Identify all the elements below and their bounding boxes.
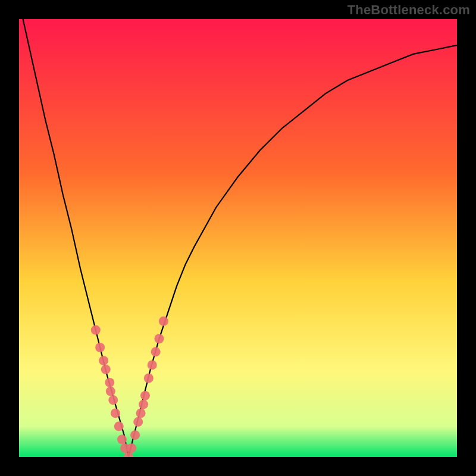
data-point <box>151 347 161 356</box>
data-point <box>108 395 118 405</box>
data-point <box>155 334 164 343</box>
data-point <box>105 378 114 387</box>
data-point <box>99 356 108 365</box>
data-point <box>117 435 127 444</box>
data-point <box>140 391 150 400</box>
data-point <box>95 343 105 352</box>
data-point <box>111 408 120 418</box>
chart-frame: TheBottleneck.com <box>0 0 476 476</box>
data-point <box>136 408 146 418</box>
data-point <box>159 317 168 326</box>
watermark-text: TheBottleneck.com <box>347 2 470 18</box>
data-point <box>127 443 136 453</box>
data-point <box>114 421 124 431</box>
data-point <box>91 325 101 335</box>
data-point <box>106 387 115 396</box>
data-point <box>139 400 148 409</box>
chart-svg <box>19 19 457 457</box>
chart-plot-area <box>19 19 457 457</box>
gradient-background <box>19 19 457 457</box>
data-point <box>144 374 154 383</box>
data-point <box>148 360 157 369</box>
data-point <box>133 417 143 427</box>
data-point <box>101 365 111 374</box>
data-point <box>130 430 140 440</box>
